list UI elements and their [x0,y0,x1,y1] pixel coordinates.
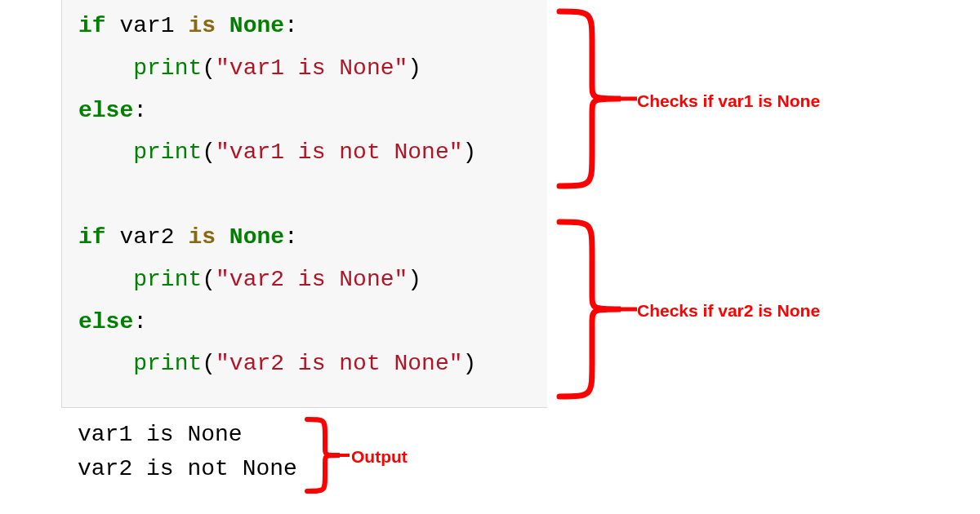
code-colon: : [284,13,298,38]
code-lpar: ( [202,55,216,81]
annotation-label: Output [351,447,408,467]
code-indent [78,267,133,292]
code-indent [78,140,133,165]
fn-print: print [133,267,202,292]
str-literal: "var1 is None" [216,55,408,81]
annotation-label: Checks if var2 is None [637,301,820,321]
kw-else: else [78,98,133,123]
kw-none: None [229,13,284,38]
kw-if: if [78,224,106,250]
fn-print: print [133,140,202,165]
output-block: var1 is None var2 is not None [78,418,297,486]
kw-is: is [188,224,216,250]
code-space [216,224,229,250]
kw-none: None [229,224,284,250]
str-literal: "var1 is not None" [216,140,462,165]
code-text: var2 [106,224,189,250]
kw-else: else [78,309,133,335]
brace-icon [555,5,645,193]
fn-print: print [133,55,202,81]
fn-print: print [133,351,202,376]
str-literal: "var2 is None" [216,267,408,292]
output-line: var2 is not None [78,456,297,481]
code-colon: : [284,224,298,250]
code-lpar: ( [202,267,216,292]
figure-stage: if var1 is None: print("var1 is None") e… [0,0,980,514]
annotation-label: Checks if var1 is None [637,91,820,111]
code-rpar: ) [463,140,477,165]
code-rpar: ) [463,351,477,376]
code-text: var1 [106,13,189,38]
code-lpar: ( [202,351,216,376]
code-colon: : [133,98,147,123]
code-block: if var1 is None: print("var1 is None") e… [61,0,547,408]
str-literal: "var2 is not None" [216,351,462,376]
kw-if: if [78,13,106,38]
code-colon: : [133,309,147,335]
code-indent [78,55,133,81]
code-space [216,13,229,38]
code-lpar: ( [202,140,216,165]
code-rpar: ) [408,267,421,292]
code-indent [78,351,133,376]
brace-icon [555,215,645,403]
code-pre: if var1 is None: print("var1 is None") e… [78,5,531,385]
kw-is: is [188,13,216,38]
output-line: var1 is None [78,422,243,447]
code-rpar: ) [408,55,421,81]
